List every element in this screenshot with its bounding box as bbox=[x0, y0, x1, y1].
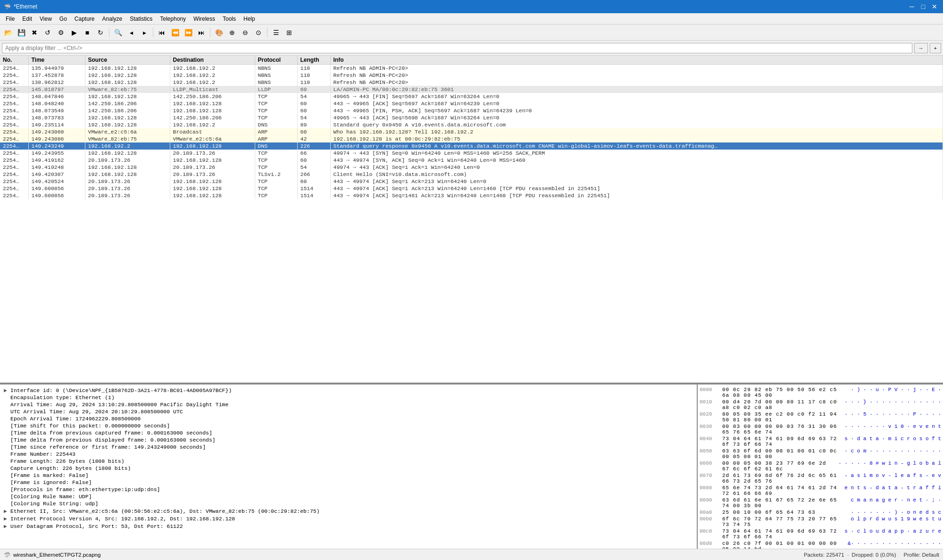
save-file-button[interactable]: 💾 bbox=[15, 26, 27, 39]
detail-line[interactable]: Encapsulation type: Ethernet (1) bbox=[2, 394, 695, 401]
hex-bytes: 73 04 64 61 74 61 09 6d 69 63 72 6f 73 6… bbox=[722, 436, 841, 447]
detail-line[interactable]: UTC Arrival Time: Aug 29, 2024 20:10:29.… bbox=[2, 408, 695, 415]
table-cell: 89 bbox=[297, 121, 330, 128]
find-next-button[interactable]: ▸ bbox=[138, 26, 150, 39]
table-row[interactable]: 2254…148.047846192.168.192.128142.250.18… bbox=[0, 93, 943, 100]
table-cell: 138.962812 bbox=[28, 79, 85, 86]
menu-telephony[interactable]: Telephony bbox=[156, 13, 190, 24]
table-row[interactable]: 2254…149.60085620.189.173.26192.168.192.… bbox=[0, 185, 943, 192]
hex-offset: 0090 bbox=[700, 497, 718, 509]
detail-line[interactable]: ▶Internet Protocol Version 4, Src: 192.1… bbox=[2, 515, 695, 522]
table-row[interactable]: 2254…149.243249192.168.192.2192.168.192.… bbox=[0, 142, 943, 150]
detail-line[interactable]: [Time delta from previous captured frame… bbox=[2, 429, 695, 436]
detail-pane[interactable]: ▶Interface id: 0 (\Device\NPF_{1B58762D-… bbox=[0, 384, 698, 549]
table-cell: ARP bbox=[255, 135, 297, 142]
menu-view[interactable]: View bbox=[36, 13, 56, 24]
detail-line[interactable]: [Time delta from previous displayed fram… bbox=[2, 436, 695, 443]
detail-line[interactable]: ▶User Datagram Protocol, Src Port: 53, D… bbox=[2, 522, 695, 530]
add-filter-button[interactable]: + bbox=[930, 43, 941, 53]
zoom-out-button[interactable]: ⊖ bbox=[239, 26, 251, 39]
display-filter-input[interactable] bbox=[2, 43, 912, 53]
table-row[interactable]: 2254…148.073783192.168.192.128142.250.18… bbox=[0, 114, 943, 121]
table-row[interactable]: 2254…135.944979192.168.192.128192.168.19… bbox=[0, 65, 943, 72]
detail-line[interactable]: [Coloring Rule Name: UDP] bbox=[2, 493, 695, 500]
menu-analyze[interactable]: Analyze bbox=[99, 13, 126, 24]
hex-ascii: s · d a t a · m i c r o s o f t bbox=[844, 436, 941, 447]
packet-list-scroll[interactable]: No. Time Source Destination Protocol Len… bbox=[0, 56, 943, 383]
jump-last-button[interactable]: ⏭ bbox=[195, 26, 208, 39]
detail-line[interactable]: [Frame is marked: False] bbox=[2, 472, 695, 479]
detail-line[interactable]: ▶Ethernet II, Src: VMware_e2:c5:6a (00:5… bbox=[2, 507, 695, 515]
table-row[interactable]: 2254…149.41916220.189.173.26192.168.192.… bbox=[0, 157, 943, 164]
table-row[interactable]: 2254…149.420307192.168.192.12820.189.173… bbox=[0, 171, 943, 178]
restart-capture-button[interactable]: ↻ bbox=[94, 26, 107, 39]
start-capture-button[interactable]: ▶ bbox=[68, 26, 80, 39]
close-capture-button[interactable]: ✖ bbox=[28, 26, 41, 39]
table-row[interactable]: 2254…148.073549142.250.186.206192.168.19… bbox=[0, 107, 943, 114]
detail-line[interactable]: [Time shift for this packet: 0.000000000… bbox=[2, 422, 695, 429]
minimize-button[interactable]: ─ bbox=[907, 2, 917, 11]
table-row[interactable]: 2254…149.42052420.189.173.26192.168.192.… bbox=[0, 178, 943, 185]
detail-line[interactable]: [Protocols in frame: eth:ethertype:ip:ud… bbox=[2, 486, 695, 493]
apply-filter-button[interactable]: → bbox=[914, 43, 928, 53]
detail-line[interactable]: Frame Length: 226 bytes (1808 bits) bbox=[2, 458, 695, 465]
table-row[interactable]: 2254…149.243955192.168.192.12820.189.173… bbox=[0, 150, 943, 157]
prefs-button[interactable]: ⊞ bbox=[283, 26, 295, 39]
detail-line[interactable]: Arrival Time: Aug 29, 2024 13:10:29.8085… bbox=[2, 401, 695, 408]
expand-icon[interactable]: ▶ bbox=[4, 508, 10, 514]
table-row[interactable]: 2254…149.419248192.168.192.12820.189.173… bbox=[0, 164, 943, 171]
expand-icon[interactable]: ▶ bbox=[4, 387, 10, 393]
table-cell: 60 bbox=[297, 100, 330, 107]
packet-list[interactable]: No. Time Source Destination Protocol Len… bbox=[0, 56, 943, 384]
hex-ascii: - a s i m o v - l e a f s - e v bbox=[844, 473, 941, 484]
maximize-button[interactable]: □ bbox=[918, 2, 928, 11]
jump-prev-button[interactable]: ⏪ bbox=[169, 26, 181, 39]
hex-pane[interactable]: 000000 0c 29 82 eb 75 00 50 56 e2 c5 6a … bbox=[698, 384, 943, 549]
menu-statistics[interactable]: Statistics bbox=[126, 13, 156, 24]
expand-icon[interactable]: ▶ bbox=[4, 515, 10, 522]
detail-line[interactable]: [Time since reference or first frame: 14… bbox=[2, 443, 695, 451]
menu-file[interactable]: File bbox=[2, 13, 18, 24]
table-cell: 192.168.192.128 bbox=[170, 157, 255, 164]
table-row[interactable]: 2254…149.243060VMware_e2:c5:6aBroadcastA… bbox=[0, 128, 943, 135]
hex-line: 009063 6d 61 6e 61 67 65 72 2e 6e 65 74 … bbox=[700, 497, 941, 509]
table-row[interactable]: 2254…145.018797VMware_82:eb:75LLDP_Multi… bbox=[0, 86, 943, 93]
menu-wireless[interactable]: Wireless bbox=[190, 13, 219, 24]
colorize-button[interactable]: 🎨 bbox=[213, 26, 225, 39]
detail-line[interactable]: Capture Length: 226 bytes (1808 bits) bbox=[2, 465, 695, 472]
table-row[interactable]: 2254…137.452878192.168.192.128192.168.19… bbox=[0, 72, 943, 79]
zoom-normal-button[interactable]: ⊙ bbox=[252, 26, 265, 39]
jump-next-button[interactable]: ⏩ bbox=[182, 26, 194, 39]
close-window-button[interactable]: ✕ bbox=[930, 2, 939, 11]
reload-button[interactable]: ↺ bbox=[42, 26, 54, 39]
zoom-in-button[interactable]: ⊕ bbox=[226, 26, 238, 39]
table-cell: 49974 → 443 [SYN] Seq=0 Win=64240 Len=0 … bbox=[330, 150, 943, 157]
find-prev-button[interactable]: ◂ bbox=[125, 26, 137, 39]
capture-options-button[interactable]: ⚙ bbox=[55, 26, 67, 39]
menu-capture[interactable]: Capture bbox=[71, 13, 99, 24]
detail-text: [Time shift for this packet: 0.000000000… bbox=[10, 423, 170, 429]
menu-help[interactable]: Help bbox=[240, 13, 259, 24]
detail-line[interactable]: Frame Number: 225443 bbox=[2, 451, 695, 458]
detail-line[interactable]: ▶Interface id: 0 (\Device\NPF_{1B58762D-… bbox=[2, 386, 695, 394]
table-row[interactable]: 2254…148.048240142.250.186.206192.168.19… bbox=[0, 100, 943, 107]
menu-edit[interactable]: Edit bbox=[18, 13, 36, 24]
table-row[interactable]: 2254…149.60085620.189.173.26192.168.192.… bbox=[0, 192, 943, 199]
columns-button[interactable]: ☰ bbox=[270, 26, 282, 39]
open-file-button[interactable]: 📂 bbox=[2, 26, 14, 39]
detail-line[interactable]: [Frame is ignored: False] bbox=[2, 479, 695, 486]
table-cell: 2254… bbox=[0, 114, 28, 121]
hex-ascii: · ) · · u · P V · · j · · E · bbox=[851, 387, 941, 398]
stop-capture-button[interactable]: ■ bbox=[81, 26, 93, 39]
detail-line[interactable]: Epoch Arrival Time: 1724962229.808500000 bbox=[2, 415, 695, 422]
table-row[interactable]: 2254…149.243086VMware_82:eb:75VMware_e2:… bbox=[0, 135, 943, 142]
menu-tools[interactable]: Tools bbox=[219, 13, 240, 24]
menu-go[interactable]: Go bbox=[56, 13, 71, 24]
expand-icon[interactable]: ▶ bbox=[4, 523, 10, 529]
hex-offset: 0080 bbox=[700, 485, 718, 496]
jump-first-button[interactable]: ⏮ bbox=[156, 26, 168, 39]
table-row[interactable]: 2254…138.962812192.168.192.128192.168.19… bbox=[0, 79, 943, 86]
table-row[interactable]: 2254…149.235114192.168.192.128192.168.19… bbox=[0, 121, 943, 128]
detail-line[interactable]: [Coloring Rule String: udp] bbox=[2, 500, 695, 507]
find-packet-button[interactable]: 🔍 bbox=[112, 26, 124, 39]
